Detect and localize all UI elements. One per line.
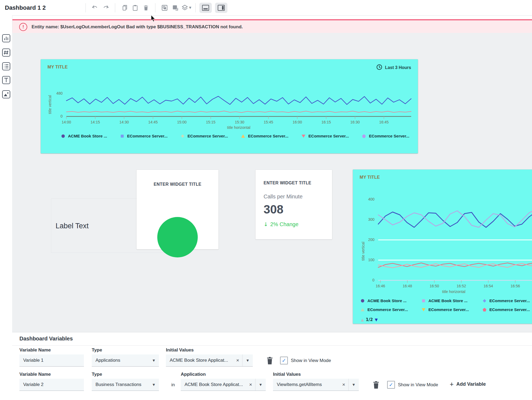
page-up-icon[interactable]: ▲ <box>361 318 364 322</box>
legend-item[interactable]: ECommerce Server... <box>241 134 288 138</box>
legend-item[interactable]: ACME Book Store ... <box>421 298 479 303</box>
show-in-view-mode-checkbox[interactable]: ✓ <box>280 357 288 364</box>
square-marker-icon <box>120 134 124 138</box>
legend-item[interactable]: ECommerce Server... <box>360 307 418 312</box>
legend-item[interactable]: ECommerce Server... <box>180 134 228 138</box>
x-tick-label: 16:56 <box>510 284 520 288</box>
chevron-down-icon[interactable]: ▼ <box>349 383 359 387</box>
chevron-down-icon[interactable]: ▼ <box>255 383 266 387</box>
triangle-down-marker-icon <box>301 134 306 138</box>
toolbar: Dashboard 1 2 ▼ <box>0 0 532 16</box>
error-banner: ! Entity name: $UserLogOut.memberLogOut … <box>12 19 532 34</box>
number-widget-icon[interactable] <box>2 48 11 57</box>
y-tick-label: 0 <box>359 278 374 282</box>
x-tick-label: 14:45 <box>148 120 158 124</box>
legend-item[interactable]: ACME Book Store ... <box>61 134 107 138</box>
metric-widget[interactable]: ENTER WIDGET TITLE Calls per Minute 308 … <box>255 170 332 239</box>
line-chart: 14:0014:1514:3014:4515:0015:1515:3015:45… <box>41 59 418 153</box>
pie-chart <box>157 217 198 257</box>
timeseries-widget-2[interactable]: MY TITLE title vertical 16:4616:4816:501… <box>353 170 532 324</box>
legend-item[interactable]: ECommerce Server... <box>482 298 532 303</box>
paste-button[interactable] <box>130 2 141 13</box>
copy-icon <box>121 4 128 11</box>
clear-icon[interactable]: × <box>246 382 255 388</box>
list-widget-icon[interactable] <box>2 62 11 71</box>
x-tick-label: 16:46 <box>376 284 385 288</box>
check-icon: ✓ <box>282 358 286 363</box>
text-widget-icon[interactable] <box>2 75 11 85</box>
legend-item[interactable]: ECommerce Server... <box>421 307 479 312</box>
legend-label: ECommerce Server... <box>428 307 469 312</box>
variable-name-input[interactable]: Variable 2 <box>19 379 84 391</box>
triangle-up-marker-icon <box>360 308 365 312</box>
chart-widget-icon[interactable] <box>2 34 11 43</box>
error-message: Entity name: $UserLogOut.memberLogOut Ba… <box>32 24 243 30</box>
initial-values-label: Initial Values <box>273 372 301 377</box>
initial-values-combo[interactable]: ViewItems.getAllItems × ▼ <box>273 379 359 391</box>
pentagon-marker-icon <box>362 134 366 138</box>
metric-change-label: 2% Change <box>270 221 299 227</box>
show-in-view-mode-label: Show in View Mode <box>291 358 331 363</box>
legend-item[interactable]: ECommerce Server... <box>120 134 168 138</box>
add-variable-button[interactable]: + Add Variable <box>450 380 486 388</box>
legend-item[interactable]: ECommerce Server... <box>362 134 409 138</box>
diamond-marker-icon <box>482 299 487 303</box>
legend-item[interactable]: ECommerce Server... <box>301 134 349 138</box>
variable-name-input[interactable]: Variable 1 <box>19 354 84 367</box>
image-widget-icon[interactable] <box>2 90 11 99</box>
delete-variable-button[interactable] <box>372 380 380 389</box>
chart-line <box>378 263 532 268</box>
timeseries-widget-1[interactable]: MY TITLE Last 3 Hours title vertical 14:… <box>41 59 418 153</box>
x-tick-label: 14:15 <box>90 120 100 124</box>
application-combo[interactable]: ACME Book Store Applicat... × ▼ <box>181 379 266 391</box>
check-icon: ✓ <box>389 382 393 387</box>
trash-icon <box>266 356 274 365</box>
legend-label: ACME Book Store ... <box>428 298 468 303</box>
toggle-right-panel-button[interactable] <box>215 3 227 13</box>
delete-variable-button[interactable] <box>266 356 274 365</box>
type-select[interactable]: Business Transactions ▼ <box>92 379 159 391</box>
show-in-view-mode-checkbox[interactable]: ✓ <box>387 381 395 389</box>
y-tick-label: 200 <box>359 237 374 242</box>
clear-icon[interactable]: × <box>233 357 242 363</box>
page-down-icon[interactable]: ▼ <box>375 318 378 322</box>
mouse-cursor <box>150 15 156 23</box>
dashboard-canvas: MY TITLE Last 3 Hours title vertical 14:… <box>12 33 532 332</box>
legend-item[interactable]: ECommerce Server... <box>482 307 532 312</box>
x-axis-label: title horizontal <box>66 125 411 130</box>
type-select[interactable]: Applications ▼ <box>92 354 159 367</box>
add-variable-label: Add Variable <box>456 381 486 387</box>
x-tick-label: 16:54 <box>483 284 493 288</box>
type-label: Type <box>92 347 102 353</box>
pie-widget[interactable]: ENTER WIDGET TITLE <box>137 170 219 249</box>
x-tick-label: 16:00 <box>292 120 302 124</box>
chart-line <box>66 111 411 113</box>
chart-line <box>66 96 411 105</box>
legend-label: ACME Book Store ... <box>68 134 107 138</box>
delete-button[interactable] <box>141 2 151 13</box>
type-label: Type <box>92 372 102 377</box>
initial-values-combo[interactable]: ACME Book Store Applicat... × ▼ <box>166 354 253 367</box>
ungroup-button[interactable] <box>170 2 181 13</box>
toggle-bottom-panel-button[interactable] <box>199 3 212 13</box>
chevron-down-icon[interactable]: ▼ <box>149 383 159 387</box>
x-axis-label: title horizontal <box>378 289 529 294</box>
redo-button[interactable] <box>100 2 111 13</box>
widget-title: ENTER WIDGET TITLE <box>137 182 219 187</box>
layers-button[interactable]: ▼ <box>181 2 192 13</box>
legend-item[interactable]: ACME Book Store ... <box>360 298 418 303</box>
toolbar-separator <box>86 3 86 12</box>
initial-values-label: Initial Values <box>166 347 194 353</box>
group-button[interactable] <box>159 2 170 13</box>
chart-legend: ACME Book Store ...ACME Book Store ...EC… <box>360 298 532 312</box>
toolbar-separator <box>115 3 115 12</box>
triangle-down-marker-icon <box>421 308 426 312</box>
clear-icon[interactable]: × <box>339 382 348 388</box>
chevron-down-icon[interactable]: ▼ <box>149 359 159 362</box>
undo-button[interactable] <box>90 2 100 13</box>
chart-legend: ACME Book Store ...ECommerce Server...EC… <box>61 134 412 138</box>
trash-icon <box>372 380 380 389</box>
chevron-down-icon[interactable]: ▼ <box>243 359 253 362</box>
copy-button[interactable] <box>119 2 130 13</box>
toolbar-separator <box>155 3 155 12</box>
